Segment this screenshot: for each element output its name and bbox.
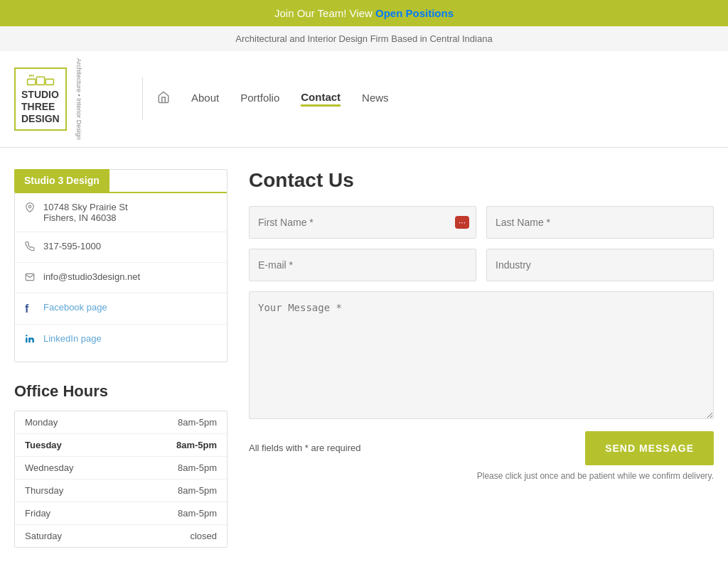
main-nav: About Portfolio Contact News bbox=[157, 91, 389, 107]
sidebar-card: Studio 3 Design 10748 Sky Prairie St Fis… bbox=[14, 169, 228, 362]
nav-portfolio[interactable]: Portfolio bbox=[240, 92, 279, 107]
day-saturday: Saturday bbox=[25, 531, 62, 541]
send-message-button[interactable]: SEND MESSAGE bbox=[585, 431, 714, 465]
sidebar-email: info@studio3design.net bbox=[15, 263, 227, 293]
office-hours: Office Hours Monday 8am-5pm Tuesday 8am-… bbox=[14, 382, 228, 548]
hours-wednesday: Wednesday 8am-5pm bbox=[15, 457, 227, 479]
header-divider bbox=[142, 77, 143, 120]
time-tuesday: 8am-5pm bbox=[176, 440, 217, 450]
patience-note: Please click just once and be patient wh… bbox=[249, 471, 714, 481]
hours-saturday: Saturday closed bbox=[15, 525, 227, 547]
form-row-name: ··· bbox=[249, 206, 714, 239]
email-text: info@studio3design.net bbox=[43, 271, 140, 282]
linkedin-icon bbox=[25, 334, 36, 346]
message-field bbox=[249, 291, 714, 421]
address-text: 10748 Sky Prairie St Fishers, IN 46038 bbox=[43, 202, 128, 223]
form-row-message bbox=[249, 291, 714, 421]
autofill-icon: ··· bbox=[455, 216, 469, 229]
day-monday: Monday bbox=[25, 417, 58, 428]
hours-monday: Monday 8am-5pm bbox=[15, 411, 227, 434]
message-textarea[interactable] bbox=[249, 291, 714, 419]
time-thursday: 8am-5pm bbox=[178, 485, 217, 496]
hours-tuesday: Tuesday 8am-5pm bbox=[15, 434, 227, 457]
facebook-link[interactable]: Facebook page bbox=[43, 302, 107, 313]
top-banner: Join Our Team! View Open Positions bbox=[0, 0, 728, 26]
subtitle-text: Architectural and Interior Design Firm B… bbox=[235, 33, 492, 44]
time-monday: 8am-5pm bbox=[178, 417, 217, 428]
required-note: All fields with * are required bbox=[249, 443, 361, 453]
sidebar-title: Studio 3 Design bbox=[14, 169, 109, 192]
sidebar-facebook[interactable]: f Facebook page bbox=[15, 293, 227, 325]
hours-thursday: Thursday 8am-5pm bbox=[15, 479, 227, 502]
location-icon bbox=[25, 202, 36, 215]
form-row-email bbox=[249, 249, 714, 281]
main-content: Studio 3 Design 10748 Sky Prairie St Fis… bbox=[0, 148, 728, 569]
svg-rect-0 bbox=[27, 80, 35, 85]
contact-section: Contact Us ··· All fields with * bbox=[249, 169, 714, 548]
time-saturday: closed bbox=[190, 531, 217, 541]
last-name-field bbox=[486, 206, 714, 239]
nav-news[interactable]: News bbox=[362, 92, 389, 107]
logo-text: STUDIO THREE DESIGN bbox=[21, 89, 60, 124]
subtitle-bar: Architectural and Interior Design Firm B… bbox=[0, 26, 728, 51]
day-friday: Friday bbox=[25, 508, 50, 519]
nav-contact[interactable]: Contact bbox=[301, 91, 341, 107]
nav-about[interactable]: About bbox=[191, 92, 219, 107]
sidebar: Studio 3 Design 10748 Sky Prairie St Fis… bbox=[14, 169, 228, 548]
day-thursday: Thursday bbox=[25, 485, 63, 496]
industry-input[interactable] bbox=[486, 249, 714, 281]
svg-point-8 bbox=[26, 335, 27, 336]
sidebar-phone: 317-595-1000 bbox=[15, 232, 227, 263]
phone-icon bbox=[25, 242, 36, 254]
email-icon bbox=[25, 272, 36, 284]
first-name-field: ··· bbox=[249, 206, 476, 239]
header: STUDIO THREE DESIGN Architecture • Inter… bbox=[0, 51, 728, 148]
logo-area: STUDIO THREE DESIGN Architecture • Inter… bbox=[14, 58, 128, 140]
logo-side-text: Architecture • Interior Design bbox=[75, 58, 82, 140]
facebook-icon: f bbox=[25, 303, 36, 315]
email-field bbox=[249, 249, 476, 281]
banner-text: Join Our Team! View bbox=[274, 7, 375, 19]
industry-field bbox=[486, 249, 714, 281]
open-positions-link[interactable]: Open Positions bbox=[375, 7, 454, 19]
svg-rect-2 bbox=[36, 77, 44, 85]
contact-title: Contact Us bbox=[249, 169, 714, 192]
phone-text: 317-595-1000 bbox=[43, 241, 101, 251]
form-footer: All fields with * are required SEND MESS… bbox=[249, 431, 714, 465]
office-hours-title: Office Hours bbox=[14, 382, 228, 401]
hours-table: Monday 8am-5pm Tuesday 8am-5pm Wednesday… bbox=[14, 411, 228, 548]
email-input[interactable] bbox=[249, 249, 476, 281]
day-tuesday: Tuesday bbox=[25, 440, 62, 450]
day-wednesday: Wednesday bbox=[25, 462, 73, 473]
time-wednesday: 8am-5pm bbox=[178, 462, 217, 473]
logo-icon bbox=[26, 73, 55, 87]
last-name-input[interactable] bbox=[486, 206, 714, 239]
logo-box: STUDIO THREE DESIGN bbox=[14, 67, 67, 130]
time-friday: 8am-5pm bbox=[178, 508, 217, 519]
nav-home-icon[interactable] bbox=[157, 91, 170, 107]
sidebar-title-row: Studio 3 Design bbox=[15, 170, 227, 193]
hours-friday: Friday 8am-5pm bbox=[15, 502, 227, 525]
svg-rect-7 bbox=[26, 337, 27, 342]
sidebar-linkedin[interactable]: LinkedIn page bbox=[15, 325, 227, 354]
sidebar-address: 10748 Sky Prairie St Fishers, IN 46038 bbox=[15, 193, 227, 232]
svg-rect-1 bbox=[46, 80, 53, 85]
svg-point-6 bbox=[28, 205, 31, 208]
first-name-input[interactable] bbox=[249, 206, 476, 239]
linkedin-link[interactable]: LinkedIn page bbox=[43, 333, 102, 344]
